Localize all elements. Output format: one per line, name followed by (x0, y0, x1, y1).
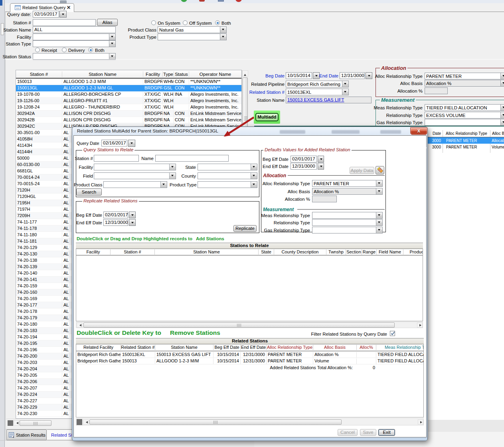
col-header-facility[interactable]: Facility (143, 71, 163, 77)
dlg-facility-combo[interactable] (94, 164, 176, 170)
receipt-radio[interactable] (35, 47, 40, 52)
facility-combo[interactable] (33, 34, 116, 40)
col-field-name[interactable]: Field Name (377, 249, 403, 255)
rep-end-eff-field[interactable]: 12/31/3000 (103, 219, 128, 226)
dlg-end-eff-dropdown[interactable] (318, 163, 324, 170)
dlg-beg-eff-field[interactable]: 02/01/2017 (291, 156, 317, 162)
scroll-thumb[interactable] (89, 419, 342, 425)
col-header-status[interactable]: Status (174, 71, 189, 77)
save-button[interactable]: Save (360, 429, 376, 436)
replicate-button[interactable]: Replicate (233, 225, 257, 232)
eraser-button[interactable] (376, 166, 384, 174)
scroll-left-button[interactable] (83, 419, 89, 425)
green-status-icon[interactable] (181, 0, 187, 2)
station-num-input[interactable] (33, 19, 96, 26)
apply-data-button[interactable]: Apply Data (350, 167, 374, 174)
product-class-combo[interactable]: Natural Gas (158, 26, 227, 33)
col-alloc-pct[interactable]: Alloc% (357, 345, 376, 350)
rep-end-eff-dropdown[interactable] (129, 219, 136, 226)
table-row[interactable]: 19-1208-24ALLEGRO - THUNDERBIRDXTX/GCWLH… (16, 104, 241, 111)
exit-button[interactable]: Exit (378, 429, 395, 436)
table-row[interactable]: 302942BALLISON CPR DISCHGBRDGPRCHNACONEn… (16, 117, 241, 123)
delivery-radio[interactable] (62, 47, 67, 52)
rd-both-radio[interactable] (88, 47, 93, 52)
col-meas-rel-type[interactable]: Meas Relationship Type (376, 345, 424, 350)
alias-button[interactable]: Alias (97, 19, 118, 26)
col-twnshp[interactable]: Twnshp (326, 249, 346, 255)
table-row[interactable]: 150013ALLGOOD 1-2-3 M/MBRDGPRCHWHMCON**U… (16, 79, 241, 85)
col-facility[interactable]: Facility (76, 249, 111, 255)
alloc-basis-combo[interactable]: Allocation % (425, 80, 504, 87)
dlg-query-date-field[interactable]: 02/16/2017 (101, 140, 127, 146)
gas-rel-type-combo[interactable] (425, 119, 504, 126)
printer-icon[interactable] (60, 0, 67, 3)
rel-type-combo[interactable]: EXCESS VOLUME (425, 112, 504, 119)
col-section[interactable]: Section (346, 249, 362, 255)
dlg-county-combo[interactable] (198, 172, 257, 179)
col-product[interactable]: Product (403, 249, 423, 255)
col-station-name[interactable]: Station Name (155, 345, 213, 350)
red-status-icon[interactable] (235, 0, 242, 2)
query-date-field[interactable]: 02/16/2017 (33, 11, 59, 18)
col-header-station-num[interactable]: Station # (16, 71, 62, 77)
dlg-query-date-dropdown[interactable] (128, 140, 135, 147)
query-date-dropdown[interactable] (59, 11, 67, 18)
scroll-thumb[interactable] (83, 322, 395, 328)
dlg-alloc-rel-type-combo[interactable]: PARENT METER (312, 180, 383, 187)
dlg-product-type-combo[interactable] (198, 181, 257, 188)
related-pipeline-combo[interactable]: Bridgeport Rich Gathering (286, 81, 349, 87)
scroll-left-button[interactable] (77, 322, 82, 328)
dlg-alloc-pct-field[interactable] (312, 196, 337, 202)
dlg-station-num-input[interactable] (94, 155, 139, 162)
relate-table-hscrollbar[interactable] (76, 322, 423, 328)
rep-beg-eff-field[interactable]: 02/01/2017 (103, 212, 128, 218)
tab-station-results[interactable]: 1 Station Results (6, 429, 47, 440)
dlg-alloc-basis-combo[interactable]: Allocation % (312, 188, 383, 195)
col-related-station-num[interactable]: Related Station # (121, 345, 155, 350)
meas-rel-type-combo[interactable]: TIERED FIELD ALLOCATION (425, 104, 504, 111)
search-button[interactable]: Search (76, 188, 102, 196)
col-header-station-name[interactable]: Station Name (62, 71, 143, 77)
on-system-radio[interactable] (151, 20, 156, 25)
col-county-description[interactable]: County Description (274, 249, 326, 255)
col-alloc-rel-type[interactable]: Alloc Relationship Type (267, 345, 313, 350)
tab-close-icon[interactable]: ✕ (67, 5, 71, 10)
system-both-radio[interactable] (215, 20, 220, 25)
station-name-input[interactable]: ALL (33, 26, 116, 33)
dlg-state-combo[interactable] (198, 164, 257, 170)
related-station-combo[interactable]: 150013EXL (286, 89, 349, 95)
off-system-radio[interactable] (183, 20, 188, 25)
dlg-rel-type-combo[interactable] (312, 219, 383, 226)
maroon-icon[interactable] (199, 0, 205, 2)
col-end-eff-date[interactable]: End Eff Date (241, 345, 267, 350)
scroll-right-button[interactable] (417, 322, 423, 328)
dlg-end-eff-field[interactable]: 12/31/3000 (291, 163, 317, 170)
end-date-field[interactable]: 12/31/3000 (340, 72, 365, 79)
table-row[interactable]: Bridgeport Rich Gather150013ALLGOOD 1-2-… (76, 358, 423, 364)
dlg-name-input[interactable] (155, 155, 229, 162)
station-type-combo[interactable] (33, 40, 116, 47)
alloc-rel-type-combo[interactable]: PARENT METER (425, 73, 504, 79)
dlg-product-class-combo[interactable] (103, 181, 167, 188)
station-name-link[interactable]: 150013 EXCESS GAS LIFT (287, 97, 344, 102)
product-type-combo[interactable] (158, 34, 227, 40)
col-header-type[interactable]: Type (163, 71, 174, 77)
table-row[interactable]: 19-1078-00ALLERGRO-BORCHERS CPXTX/GCWLHI… (16, 91, 241, 98)
cancel-button[interactable]: Cancel (338, 429, 358, 436)
table-row[interactable]: Bridgeport Rich Gather150013EXL150013 EX… (76, 352, 423, 358)
add-stations-action[interactable]: Add Stations (196, 236, 224, 241)
rep-beg-eff-dropdown[interactable] (129, 212, 136, 218)
col-state[interactable]: State (259, 249, 274, 255)
table-row[interactable]: 19-1126-00ALLEGRO-PRUITT #1XTX/GCWLHAlle… (16, 98, 241, 104)
col-station-name[interactable]: Station Name (155, 249, 259, 255)
col-alloc-basis[interactable]: Alloc Basis (313, 345, 357, 350)
alloc-pct-field[interactable] (425, 87, 448, 94)
col-related-facility[interactable]: Related Facility (76, 345, 121, 350)
multiadd-button[interactable]: Multiadd (255, 113, 279, 121)
col-station-num[interactable]: Station # (111, 249, 155, 255)
col-header-operator[interactable]: Operator Name (189, 71, 241, 77)
beg-date-field[interactable]: 10/15/2014 (286, 72, 312, 79)
scroll-left-button[interactable] (14, 420, 19, 426)
table-row[interactable]: 150013GLALLGOOD 1-2-3 M/M GLBRDGPRCHGSLC… (16, 85, 241, 91)
dlg-meas-rel-type-combo[interactable] (312, 212, 383, 219)
